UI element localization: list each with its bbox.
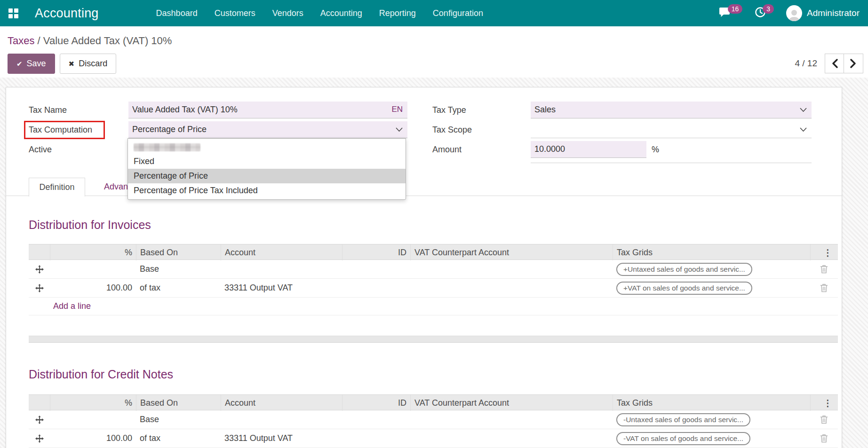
header-tax-grids[interactable]: Tax Grids: [613, 244, 810, 260]
cell-based-on[interactable]: of tax: [136, 283, 221, 293]
activities-badge: 3: [763, 4, 774, 14]
breadcrumb-current: Value Added Tax (VAT) 10%: [43, 35, 172, 47]
tax-grid-tag[interactable]: +Untaxed sales of goods and servic...: [616, 263, 752, 276]
navbar-right: 16 3 Administrator: [719, 5, 868, 21]
cell-percent[interactable]: 100.00: [50, 433, 136, 443]
add-a-line-link[interactable]: Add a line: [50, 301, 810, 311]
messages-button[interactable]: 16: [719, 7, 743, 20]
cell-account[interactable]: 33311 Output VAT: [221, 433, 342, 443]
dropdown-option-redacted[interactable]: [128, 140, 406, 154]
invoices-row-tax[interactable]: 100.00 of tax 33311 Output VAT +VAT on s…: [29, 279, 838, 298]
header-account[interactable]: Account: [221, 395, 342, 411]
dropdown-option-fixed[interactable]: Fixed: [128, 154, 406, 169]
tab-definition[interactable]: Definition: [29, 178, 85, 196]
cell-account[interactable]: 33311 Output VAT: [221, 283, 342, 293]
tax-grid-tag[interactable]: +VAT on sales of goods and service...: [616, 282, 752, 295]
drag-handle-icon[interactable]: [32, 265, 46, 274]
breadcrumb-taxes-link[interactable]: Taxes: [8, 35, 34, 47]
credit-notes-section-title: Distribution for Credit Notes: [29, 368, 173, 381]
control-panel: Taxes / Value Added Tax (VAT) 10% ✔ Save…: [0, 26, 868, 78]
field-separator: [531, 163, 812, 163]
tax-computation-select[interactable]: Percentage of Price: [128, 121, 407, 138]
header-handle-column: [29, 395, 50, 411]
header-tax-grids[interactable]: Tax Grids: [613, 395, 810, 411]
header-based-on[interactable]: Based On: [136, 244, 221, 260]
tax-computation-label: Tax Computation: [29, 125, 92, 135]
invoices-row-base[interactable]: Base +Untaxed sales of goods and servic.…: [29, 260, 838, 279]
cell-based-on[interactable]: Base: [136, 264, 221, 274]
chevron-left-icon: [831, 59, 838, 68]
header-id[interactable]: ID: [342, 244, 410, 260]
menu-item-customers[interactable]: Customers: [215, 8, 255, 18]
horizontal-scrollbar[interactable]: [29, 336, 838, 343]
app-title[interactable]: Accounting: [35, 6, 99, 21]
save-button[interactable]: ✔ Save: [8, 54, 55, 74]
tax-grid-tag[interactable]: -VAT on sales of goods and service...: [616, 432, 750, 445]
menu-item-vendors[interactable]: Vendors: [272, 8, 303, 18]
tax-name-field[interactable]: EN: [128, 102, 407, 118]
credit-notes-row-tax[interactable]: 100.00 of tax 33311 Output VAT -VAT on s…: [29, 429, 838, 448]
header-id[interactable]: ID: [342, 395, 410, 411]
discard-button[interactable]: ✖ Discard: [60, 54, 117, 74]
amount-field[interactable]: [531, 141, 646, 158]
breadcrumb: Taxes / Value Added Tax (VAT) 10%: [8, 35, 172, 47]
action-buttons: ✔ Save ✖ Discard: [8, 54, 116, 74]
optional-columns-icon[interactable]: ⋮: [814, 398, 834, 409]
invoices-table-footer: Add a line: [29, 298, 838, 315]
header-account[interactable]: Account: [221, 244, 342, 260]
tax-scope-select[interactable]: [531, 121, 812, 138]
optional-columns-icon[interactable]: ⋮: [814, 247, 834, 258]
chevron-right-icon: [850, 59, 857, 68]
pager-value: 4 / 12: [795, 58, 817, 69]
menu-item-accounting[interactable]: Accounting: [320, 8, 362, 18]
menu-item-configuration[interactable]: Configuration: [433, 8, 483, 18]
trash-icon[interactable]: [814, 415, 834, 424]
header-percent[interactable]: %: [50, 244, 136, 260]
header-handle-column: [29, 244, 50, 260]
credit-notes-table-header: % Based On Account ID VAT Counterpart Ac…: [29, 394, 838, 410]
dropdown-option-percentage-tax-included[interactable]: Percentage of Price Tax Included: [128, 183, 406, 198]
drag-handle-icon[interactable]: [32, 416, 46, 424]
invoices-table-header: % Based On Account ID VAT Counterpart Ac…: [29, 244, 838, 260]
drag-handle-icon[interactable]: [32, 434, 46, 443]
record-pager: 4 / 12: [795, 54, 863, 73]
activities-button[interactable]: 3: [755, 7, 774, 20]
menu-item-dashboard[interactable]: Dashboard: [156, 8, 198, 18]
cell-based-on[interactable]: of tax: [136, 433, 221, 443]
breadcrumb-separator: /: [38, 35, 40, 47]
tax-computation-dropdown: Fixed Percentage of Price Percentage of …: [127, 138, 406, 200]
amount-suffix: %: [652, 145, 659, 155]
header-based-on[interactable]: Based On: [136, 395, 221, 411]
user-menu[interactable]: Administrator: [786, 5, 860, 21]
amount-label: Amount: [432, 145, 462, 155]
redacted-text-blur: [134, 143, 200, 151]
menu-item-reporting[interactable]: Reporting: [379, 8, 416, 18]
active-label: Active: [29, 145, 52, 155]
trash-icon[interactable]: [814, 265, 834, 274]
amount-input[interactable]: [531, 144, 646, 154]
language-badge[interactable]: EN: [391, 105, 403, 114]
tax-type-select[interactable]: Sales: [531, 102, 812, 118]
tax-name-input[interactable]: [128, 105, 407, 115]
dropdown-option-percentage-of-price[interactable]: Percentage of Price: [128, 169, 406, 183]
header-percent[interactable]: %: [50, 395, 136, 411]
apps-menu-button[interactable]: [0, 0, 26, 26]
header-vat-counterpart[interactable]: VAT Counterpart Account: [410, 244, 613, 260]
chevron-down-icon: [800, 108, 807, 112]
cell-percent[interactable]: 100.00: [50, 283, 136, 293]
header-vat-counterpart[interactable]: VAT Counterpart Account: [410, 395, 613, 411]
tax-scope-label: Tax Scope: [432, 125, 472, 135]
cell-based-on[interactable]: Base: [136, 415, 221, 424]
trash-icon[interactable]: [814, 434, 834, 443]
credit-notes-table: % Based On Account ID VAT Counterpart Ac…: [29, 394, 838, 448]
pager-next-button[interactable]: [844, 54, 863, 73]
main-menu: Dashboard Customers Vendors Accounting R…: [156, 8, 483, 18]
trash-icon[interactable]: [814, 283, 834, 292]
form-sheet: Tax Name EN Tax Computation Percentage o…: [6, 87, 842, 448]
avatar: [786, 5, 802, 21]
drag-handle-icon[interactable]: [32, 284, 46, 292]
credit-notes-row-base[interactable]: Base -Untaxed sales of goods and servic.…: [29, 410, 838, 429]
pager-previous-button[interactable]: [825, 54, 844, 73]
tax-grid-tag[interactable]: -Untaxed sales of goods and servic...: [616, 413, 750, 426]
app-window: Accounting Dashboard Customers Vendors A…: [0, 0, 868, 448]
